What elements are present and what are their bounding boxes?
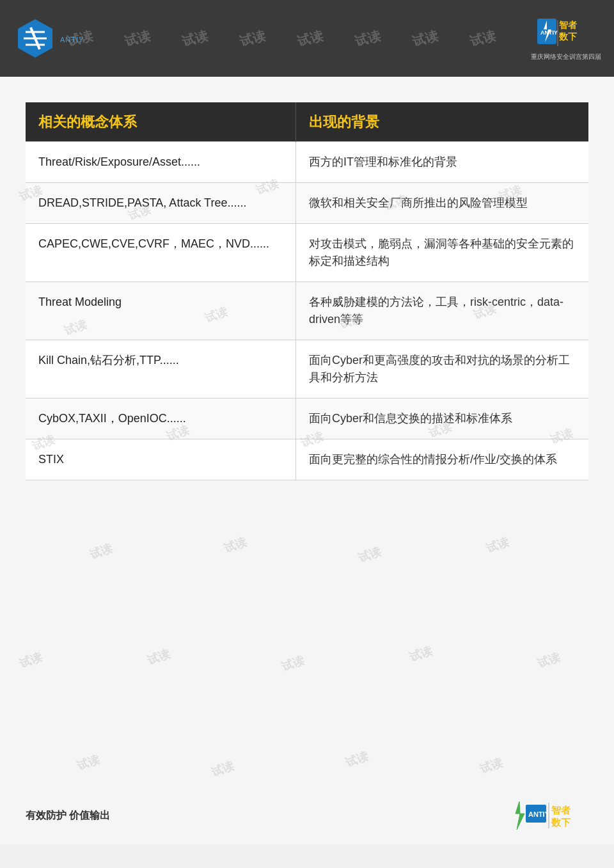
header-wm-6: 试读 (353, 27, 382, 50)
table-cell-left: DREAD,STRIDE,PASTA, Attack Tree...... (26, 183, 295, 224)
table-cell-left: STIX (26, 439, 295, 480)
header-watermarks: 试读 试读 试读 试读 试读 试读 试读 试读 (51, 0, 512, 77)
table-cell-left: CAPEC,CWE,CVE,CVRF，MAEC，NVD...... (26, 224, 295, 282)
body-watermark-26: 试读 (478, 755, 505, 777)
col1-header: 相关的概念体系 (26, 102, 295, 142)
main-table: 相关的概念体系 出现的背景 Threat/Risk/Exposure/Asset… (26, 102, 588, 480)
table-cell-left: Kill Chain,钻石分析,TTP...... (26, 340, 295, 398)
table-cell-left: CybOX,TAXII，OpenIOC...... (26, 398, 295, 439)
header-wm-3: 试读 (180, 27, 210, 50)
footer-right-logo: ANTIY 智者 数下 (512, 800, 588, 832)
body-watermark-19: 试读 (145, 646, 172, 668)
table-row: Kill Chain,钻石分析,TTP......面向Cyber和更高强度的攻击… (26, 340, 588, 398)
table-cell-left: Threat Modeling (26, 282, 295, 340)
header-wm-5: 试读 (295, 27, 325, 50)
table-cell-right: 西方的IT管理和标准化的背景 (295, 142, 588, 183)
body-watermark-24: 试读 (209, 758, 236, 780)
table-cell-right: 各种威胁建模的方法论，工具，risk-centric，data-driven等等 (295, 282, 588, 340)
body-watermark-18: 试读 (17, 649, 44, 672)
body-watermark-23: 试读 (75, 752, 102, 774)
table-header-row: 相关的概念体系 出现的背景 (26, 102, 588, 142)
footer: 有效防护 价值输出 ANTIY 智者 数下 (26, 800, 588, 832)
header: ANTIY 试读 试读 试读 试读 试读 试读 试读 试读 ANTIY 智者 数… (0, 0, 614, 77)
table-cell-right: 面向Cyber和更高强度的攻击和对抗的场景的分析工具和分析方法 (295, 340, 588, 398)
body-watermark-17: 试读 (484, 534, 511, 556)
right-logo-img: ANTIY 智者 数下 (537, 15, 595, 51)
table-row: CAPEC,CWE,CVE,CVRF，MAEC，NVD......对攻击模式，脆… (26, 224, 588, 282)
col2-header: 出现的背景 (295, 102, 588, 142)
svg-marker-11 (516, 801, 524, 830)
table-body: Threat/Risk/Exposure/Asset......西方的IT管理和… (26, 142, 588, 480)
table-row: DREAD,STRIDE,PASTA, Attack Tree......微软和… (26, 183, 588, 224)
table-cell-right: 微软和相关安全厂商所推出的风险管理模型 (295, 183, 588, 224)
body-watermark-21: 试读 (407, 643, 434, 665)
svg-text:数下: 数下 (551, 817, 571, 828)
main-content: 试读试读试读试读试读试读试读试读试读试读试读试读试读试读试读试读试读试读试读试读… (0, 77, 614, 844)
svg-text:智者: 智者 (558, 20, 578, 30)
header-wm-8: 试读 (468, 27, 498, 50)
footer-left-text: 有效防护 价值输出 (26, 809, 110, 823)
table-cell-right: 对攻击模式，脆弱点，漏洞等各种基础的安全元素的标定和描述结构 (295, 224, 588, 282)
body-watermark-25: 试读 (343, 748, 370, 771)
right-sub-text: 重庆网络安全训宫第四届 (531, 52, 601, 61)
antiy-label: ANTIY (60, 36, 84, 43)
svg-text:智者: 智者 (551, 805, 571, 816)
logo-area: ANTIY (13, 16, 84, 61)
header-wm-7: 试读 (411, 27, 440, 50)
table-cell-right: 面向Cyber和信息交换的描述和标准体系 (295, 398, 588, 439)
table-row: CybOX,TAXII，OpenIOC......面向Cyber和信息交换的描述… (26, 398, 588, 439)
body-watermark-22: 试读 (535, 649, 562, 672)
body-watermark-14: 试读 (88, 541, 114, 563)
body-watermark-20: 试读 (279, 652, 306, 675)
table-row: Threat/Risk/Exposure/Asset......西方的IT管理和… (26, 142, 588, 183)
body-watermark-16: 试读 (356, 544, 383, 566)
svg-text:ANTIY: ANTIY (528, 810, 550, 818)
table-row: STIX面向更完整的综合性的情报分析/作业/交换的体系 (26, 439, 588, 480)
body-watermark-15: 试读 (222, 534, 249, 556)
header-wm-4: 试读 (238, 27, 267, 50)
table-row: Threat Modeling各种威胁建模的方法论，工具，risk-centri… (26, 282, 588, 340)
header-wm-2: 试读 (123, 27, 152, 50)
logo-hexagon (13, 16, 58, 61)
right-logo-area: ANTIY 智者 数下 重庆网络安全训宫第四届 (531, 15, 601, 61)
svg-text:数下: 数下 (558, 31, 578, 42)
table-cell-right: 面向更完整的综合性的情报分析/作业/交换的体系 (295, 439, 588, 480)
table-cell-left: Threat/Risk/Exposure/Asset...... (26, 142, 295, 183)
